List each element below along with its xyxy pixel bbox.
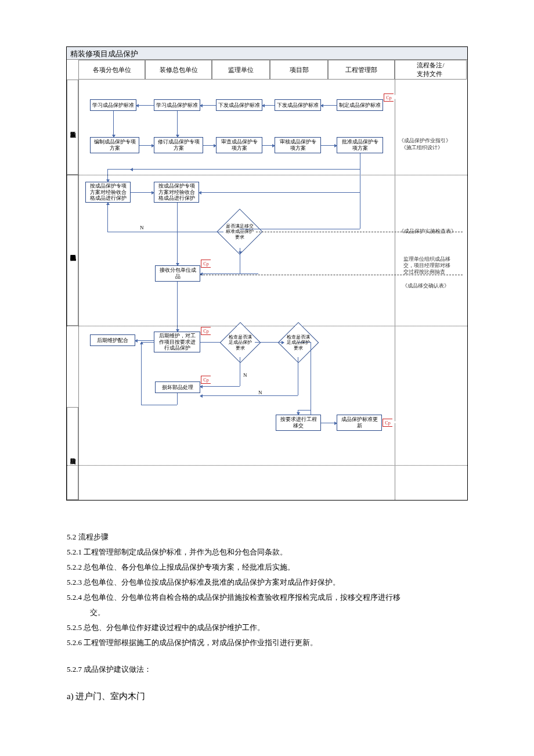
step-524a: 5.2.4 总包单位、分包单位将自检合格的成品保护措施按检查验收程序报检完成后，… — [67, 590, 467, 605]
lane-project: 项目部 — [270, 60, 328, 80]
phase-prep: 施工准备阶段 — [67, 80, 78, 175]
box-damage: 损坏部品处理 — [155, 381, 200, 393]
steps-text: 5.2 流程步骤 5.2.1 工程管理部制定成品保护标准，并作为总包和分包合同条… — [67, 530, 467, 705]
cp-icon: Cp — [201, 376, 211, 384]
step-521: 5.2.1 工程管理部制定成品保护标准，并作为总包和分包合同条款。 — [67, 545, 467, 560]
cp-icon: Cp — [384, 93, 394, 102]
box-protect-gen: 按成品保护专项 方案对经验收合 格成品进行保护 — [154, 182, 199, 203]
lane-notes: 流程备注/ 支持文件 — [395, 60, 467, 80]
box-receive: 接收分包单位成 品 — [155, 265, 200, 282]
note-guide: 《成品保护作业指引》 — [399, 138, 451, 144]
cp-icon: Cp — [201, 327, 211, 335]
note-checklist: 《成品保护实施检查表》 — [399, 228, 456, 235]
label-no: N — [243, 372, 247, 378]
box-compile-plan: 编制成品保护专项 方案 — [90, 137, 139, 153]
note-supervise: 监理单位组织成品移 交，项目经理部对移 交过程按比例抽查 — [403, 256, 450, 275]
step-a: a) 进户门、室内木门 — [67, 687, 467, 705]
note-confirm: 《成品移交确认表》 — [402, 283, 449, 289]
box-maint-assist: 后期维护配合 — [90, 334, 135, 346]
decision-check-sup: 检查是否满 足成品保护 要求 — [226, 328, 255, 357]
box-maint: 后期维护，对工 作项目按要求进 行成品保护 — [154, 332, 200, 352]
lane-engineering: 工程管理部 — [328, 60, 395, 80]
decision-check-proj: 检查是否满 足成品保护 要求 — [284, 328, 313, 357]
box-handover: 按要求进行工程 移交 — [276, 415, 321, 431]
box-revise-plan: 修订成品保护专项 方案 — [154, 137, 203, 153]
step-52: 5.2 流程步骤 — [67, 530, 467, 545]
box-study-gen: 学习成品保护标准 — [154, 99, 200, 111]
step-526: 5.2.6 工程管理部根据施工的成品保护情况，对成品保护作业指引进行更新。 — [67, 635, 467, 650]
decision-handover-req: 是否满足移交 标准成品保护 要求 — [223, 215, 256, 248]
label-no: N — [258, 390, 262, 395]
lane-supervision: 监理单位 — [212, 60, 270, 80]
cp-icon: Cp — [383, 419, 392, 427]
step-527: 5.2.7 成品保护建议做法： — [67, 662, 467, 677]
box-audit-plan: 审核成品保护专 项方案 — [275, 137, 321, 153]
box-issue-proj: 下发成品保护标准 — [275, 99, 321, 111]
box-issue-sup: 下发成品保护标准 — [216, 99, 262, 111]
lane-subcontractor: 各项分包单位 — [78, 60, 145, 80]
step-522: 5.2.2 总包单位、各分包单位上报成品保护专项方案，经批准后实施。 — [67, 560, 467, 575]
box-review-plan: 审查成品保护专 项方案 — [216, 137, 262, 153]
step-524b: 交。 — [67, 605, 467, 620]
step-525: 5.2.5 总包、分包单位作好建设过程中的成品保护维护工作。 — [67, 620, 467, 635]
box-create-std: 制定成品保护标准 — [337, 99, 383, 111]
flowchart: 精装修项目成品保护 各项分包单位 装修总包单位 监理单位 项目部 工程管理部 流… — [66, 46, 468, 501]
lane-general: 装修总包单位 — [145, 60, 212, 80]
cp-icon: Cp — [201, 260, 211, 268]
chart-title: 精装修项目成品保护 — [67, 47, 467, 60]
phase-construction: 现场施工及接收分包项目阶段 — [67, 175, 78, 326]
box-protect-sub: 按成品保护专项 方案对经验收合 格成品进行保护 — [85, 182, 131, 203]
box-approve-plan: 批准成品保护专 项方案 — [337, 137, 383, 153]
label-no: N — [140, 225, 144, 231]
step-523: 5.2.3 总包单位、分包单位按成品保护标准及批准的成品保护方案对成品作好保护。 — [67, 575, 467, 590]
box-update-std: 成品保护标准更 新 — [337, 415, 382, 431]
phase-handover: 移交后阶段 — [67, 407, 78, 500]
box-study-sub: 学习成品保护标准 — [90, 99, 136, 111]
note-design: 《施工组织设计》 — [401, 145, 443, 151]
